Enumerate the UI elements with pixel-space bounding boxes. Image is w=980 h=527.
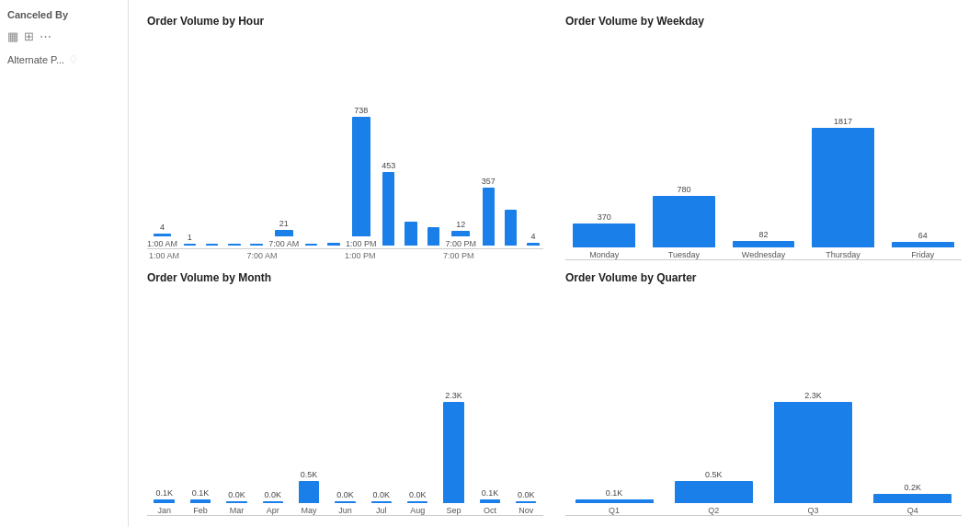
bar[interactable] — [653, 196, 715, 247]
bar-group: 0.1KQ1 — [565, 488, 663, 515]
bar[interactable] — [327, 243, 339, 246]
bar-axis-label: Sep — [447, 506, 462, 515]
bar[interactable] — [299, 481, 319, 503]
bar-group: 4 — [523, 232, 543, 248]
bar-value-label: 82 — [758, 230, 768, 239]
bar[interactable] — [892, 242, 954, 246]
bar[interactable] — [371, 501, 392, 503]
grid-icon[interactable]: ⊞ — [24, 29, 34, 43]
bar[interactable] — [480, 499, 500, 503]
alternate-p-filter[interactable]: Alternate P... ♢ — [7, 52, 120, 66]
bar-axis-label: Jan — [157, 506, 171, 515]
bar[interactable] — [405, 222, 416, 246]
hour-x-labels: 1:00 AM 7:00 AM 1:00 PM 7:00 PM — [147, 251, 543, 260]
bar[interactable] — [427, 227, 439, 246]
bar[interactable] — [154, 234, 172, 236]
bar-group: 453 — [379, 161, 399, 247]
bar[interactable] — [505, 210, 517, 246]
bar[interactable] — [407, 501, 427, 503]
bar-axis-label: Mar — [230, 506, 245, 515]
filter-label: Alternate P... — [7, 54, 64, 65]
chart-hour-panel: Order Volume by Hour 41:00 AM1217:00 AM7… — [136, 7, 554, 264]
bar-axis-label: Q1 — [609, 506, 620, 515]
bar-value-label: 4 — [160, 223, 165, 232]
bar-group: 217:00 AM — [268, 219, 299, 248]
bar-group: 0.0KApr — [256, 490, 290, 515]
bar-group: 0.1KJan — [147, 488, 181, 515]
bar-group — [401, 220, 421, 248]
bar-group: 82Wednesday — [724, 230, 803, 259]
bar[interactable] — [527, 243, 539, 246]
bar-value-label: 0.1K — [155, 488, 173, 498]
chart-hour-bars: 41:00 AM1217:00 AM7381:00 PM453127:00 PM… — [147, 101, 543, 248]
bar-group: 7381:00 PM — [346, 106, 377, 248]
bar-group: 2.3KSep — [437, 391, 471, 515]
charts-grid: Order Volume by Hour 41:00 AM1217:00 AM7… — [129, 0, 980, 527]
bar-value-label: 21 — [279, 219, 289, 228]
bar[interactable] — [516, 501, 536, 503]
bar[interactable] — [812, 128, 874, 247]
filter-icon[interactable]: ▦ — [7, 29, 18, 43]
bar[interactable] — [335, 501, 355, 503]
bar-group: 0.0KNov — [509, 490, 543, 515]
bar-group: 1 — [179, 233, 199, 248]
bar-group — [324, 241, 344, 248]
bar-group: 370Monday — [565, 212, 644, 259]
bar-axis-label: Feb — [193, 506, 208, 515]
bar[interactable] — [190, 499, 211, 503]
bar[interactable] — [263, 501, 283, 503]
bar[interactable] — [228, 244, 240, 246]
bar-group: 780Tuesday — [645, 185, 724, 259]
bar-group: 41:00 AM — [147, 223, 177, 248]
bar-group: 64Friday — [883, 231, 962, 258]
bar-group: 0.0KJul — [364, 490, 398, 515]
more-icon[interactable]: ⋯ — [40, 29, 51, 43]
bar[interactable] — [443, 402, 463, 503]
chart-weekday-panel: Order Volume by Weekday 370Monday780Tues… — [554, 7, 973, 264]
bar[interactable] — [575, 499, 654, 503]
chart-hour-area: 41:00 AM1217:00 AM7381:00 PM453127:00 PM… — [147, 31, 543, 260]
bar-axis-label: Aug — [410, 506, 425, 515]
bar[interactable] — [226, 501, 246, 503]
chart-month-panel: Order Volume by Month 0.1KJan0.1KFeb0.0K… — [136, 264, 554, 521]
bar-group: 2.3KQ3 — [765, 391, 862, 515]
bar-axis-label: Jul — [376, 506, 387, 515]
bar-axis-label: Oct — [484, 506, 496, 515]
bar[interactable] — [483, 188, 495, 245]
bar[interactable] — [573, 223, 635, 247]
bar-axis-label: Apr — [267, 506, 279, 515]
bar-axis-label: 1:00 PM — [346, 239, 377, 248]
bar[interactable] — [451, 231, 470, 235]
bar-value-label: 2.3K — [804, 391, 822, 400]
bar-value-label: 357 — [482, 177, 496, 186]
chart-month-bars: 0.1KJan0.1KFeb0.0KMar0.0KApr0.5KMay0.0KJ… — [147, 368, 543, 515]
bar-axis-label: 7:00 AM — [268, 239, 299, 248]
bar-value-label: 0.0K — [373, 490, 391, 499]
bar[interactable] — [206, 244, 218, 246]
bar[interactable] — [305, 244, 317, 246]
bar[interactable] — [275, 230, 293, 236]
bar[interactable] — [184, 244, 196, 246]
bar[interactable] — [733, 241, 795, 247]
bar-value-label: 12 — [456, 220, 465, 229]
bar-group: 0.0KMar — [220, 490, 254, 515]
bar[interactable] — [774, 402, 852, 503]
chart-quarter-panel: Order Volume by Quarter 0.1KQ10.5KQ22.3K… — [554, 264, 973, 521]
bar[interactable] — [352, 117, 370, 236]
chart-quarter-bars: 0.1KQ10.5KQ22.3KQ30.2KQ4 — [565, 368, 962, 515]
app-container: Canceled By ▦ ⊞ ⋯ Alternate P... ♢ Order… — [0, 0, 980, 527]
bar-axis-label: Thursday — [826, 250, 860, 259]
clear-filter-icon[interactable]: ♢ — [68, 52, 79, 66]
bar[interactable] — [382, 172, 394, 245]
bar-value-label: 738 — [354, 106, 368, 115]
bar-group — [224, 242, 245, 248]
bar-axis-label: 7:00 PM — [446, 239, 477, 248]
bar[interactable] — [675, 481, 753, 503]
bar[interactable] — [250, 244, 262, 246]
bar[interactable] — [154, 499, 174, 503]
bar[interactable] — [873, 494, 952, 503]
bar-value-label: 0.0K — [409, 490, 427, 499]
bar-group: 127:00 PM — [446, 220, 477, 247]
bar-value-label: 370 — [598, 212, 611, 222]
canceled-by-label: Canceled By — [7, 9, 120, 20]
